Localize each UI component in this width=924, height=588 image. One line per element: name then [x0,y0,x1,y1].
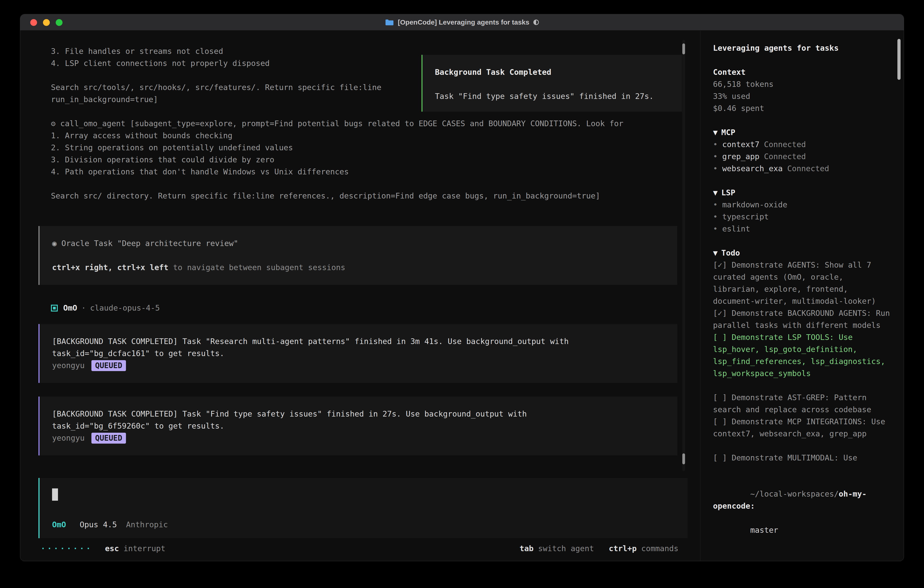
queued-badge: QUEUED [91,433,126,444]
provider-label: Anthropic [126,520,168,529]
tab-hint: tab switch agent [520,544,594,553]
todo-item: [ ] Demonstrate AST-GREP: Pattern search… [713,391,890,416]
background-task-message: [BACKGROUND TASK COMPLETED] Task "Find t… [38,396,677,456]
terminal-window: [OpenCode] Leveraging agents for tasks 3… [20,14,904,561]
bullet-icon: • [713,199,718,211]
app-version: • OpenCode 1.0.163 [713,560,890,561]
agent-name: OmO [63,302,77,314]
git-branch: master [750,525,778,535]
message-text: task_id="bg_dcfac161" to get results. [52,347,665,360]
window-title-text: [OpenCode] Leveraging agents for tasks [398,18,529,26]
agent-separator: · [81,302,86,314]
window-title: [OpenCode] Leveraging agents for tasks [385,18,539,26]
message-author: yeongyu [52,432,84,444]
queued-badge: QUEUED [91,360,126,371]
spinner-dots-icon: ········ [41,544,92,553]
lsp-item: •markdown-oxide [713,199,890,211]
minimize-button[interactable] [43,19,50,26]
chat-scrollbar-thumb[interactable] [682,453,685,464]
sidebar-scrollbar-thumb[interactable] [898,39,901,80]
session-sidebar[interactable]: Leveraging agents for tasks Context 66,5… [700,31,904,561]
commands-hint: ctrl+p commands [609,544,678,553]
bullet-icon: • [713,139,718,150]
session-title: Leveraging agents for tasks [713,42,890,54]
mcp-section: ▼MCP •context7Connected •grep_appConnect… [713,126,890,175]
hint-keys: ctrl+x right, ctrl+x left [52,263,168,272]
tool-call-tail: Search src/ directory. Return specific f… [38,190,700,202]
folder-icon [385,19,394,26]
tool-call-item: 4. Path operations that don't handle Win… [38,166,700,178]
chevron-down-icon: ▼ [713,248,718,258]
lsp-section: ▼LSP •markdown-oxide •typescript •eslint [713,187,890,235]
input-status-line: OmO Opus 4.5 Anthropic [52,520,675,529]
chat-scrollbar-track[interactable] [682,40,685,471]
todo-item: [ ] Demonstrate MCP INTEGRATIONS: Use co… [713,416,890,440]
context-used: 33% used [713,90,890,102]
todo-section: ▼Todo [✓] Demonstrate AGENTS: Show all 7… [713,247,890,464]
lsp-item: •eslint [713,223,890,235]
lsp-item: •typescript [713,211,890,223]
tool-call-item: 3. Division operations that could divide… [38,154,700,166]
bullet-icon: • [713,150,718,163]
bullet-icon: • [713,560,718,561]
context-tokens: 66,518 tokens [713,78,890,90]
prompt-input[interactable]: OmO Opus 4.5 Anthropic [38,478,688,538]
ctrl-p-key: ctrl+p [609,544,637,553]
workspace-path: ~/local-workspaces/oh-my-opencode: maste… [713,476,890,548]
todo-item: [ ] Demonstrate MULTIMODAL: Use [713,452,890,464]
tool-call-item: 2. String operations on potentially unde… [38,142,700,154]
subagent-nav-hint: ctrl+x right, ctrl+x left to navigate be… [52,261,665,274]
status-bar: ········ esc interrupt tab switch agent … [20,538,700,561]
context-spent: $0.46 spent [713,102,890,114]
bullet-icon: • [713,223,718,235]
background-task-toast: Background Task Completed Task "Find typ… [422,55,682,112]
tool-call-line: ⚙ call_omo_agent [subagent_type=explore,… [38,117,700,130]
lsp-header[interactable]: ▼LSP [713,187,890,199]
toast-title: Background Task Completed [435,66,669,78]
tab-key: tab [520,544,533,553]
bullet-icon: • [713,211,718,223]
agent-square-icon [51,305,58,312]
todo-item: [✓] Demonstrate BACKGROUND AGENTS: Run p… [713,307,890,331]
chat-pane: 3. File handles or streams not closed 4.… [20,31,700,561]
todo-item: [✓] Demonstrate AGENTS: Show all 7 curat… [713,259,890,307]
message-meta: yeongyu QUEUED [52,432,665,444]
message-text: [BACKGROUND TASK COMPLETED] Task "Find t… [52,408,665,420]
bullet-icon: • [713,163,718,175]
todo-item-active: [ ] Demonstrate LSP TOOLS: Use lsp_hover… [713,331,890,380]
oracle-task-panel: ◉ Oracle Task "Deep architecture review"… [38,226,677,285]
message-text: [BACKGROUND TASK COMPLETED] Task "Resear… [52,335,665,347]
chat-scroll-area[interactable]: 3. File handles or streams not closed 4.… [20,31,700,478]
background-task-message: [BACKGROUND TASK COMPLETED] Task "Resear… [38,324,677,383]
message-meta: yeongyu QUEUED [52,360,665,372]
agent-header: OmO · claude-opus-4-5 [38,302,700,314]
message-author: yeongyu [52,360,84,372]
hint-text: to navigate between subagent sessions [168,263,345,272]
mcp-item: •context7Connected [713,139,890,150]
esc-hint: esc interrupt [105,544,165,553]
traffic-lights [30,14,63,31]
active-agent-label: OmO [52,520,66,529]
session-progress-icon [533,20,539,25]
mcp-header[interactable]: ▼MCP [713,126,890,139]
terminal-blank-line [38,178,700,190]
text-cursor [52,489,58,501]
context-header: Context [713,66,890,78]
esc-key: esc [105,544,119,553]
tool-call-text: call_omo_agent [subagent_type=explore, p… [60,119,624,128]
close-button[interactable] [30,19,37,26]
gear-icon: ⚙ [51,119,56,128]
mcp-item: •grep_appConnected [713,150,890,163]
chat-scrollbar-thumb[interactable] [682,43,685,55]
chevron-down-icon: ▼ [713,188,718,197]
oracle-task-title: ◉ Oracle Task "Deep architecture review" [52,237,665,249]
message-text: task_id="bg_6f59260c" to get results. [52,420,665,432]
chevron-down-icon: ▼ [713,128,718,137]
mcp-item: •websearch_exaConnected [713,163,890,175]
active-model-label: Opus 4.5 [79,520,117,529]
agent-model: claude-opus-4-5 [90,302,160,314]
zoom-button[interactable] [56,19,63,26]
titlebar[interactable]: [OpenCode] Leveraging agents for tasks [20,14,904,31]
toast-body: Task "Find type safety issues" finished … [435,90,669,102]
todo-header[interactable]: ▼Todo [713,247,890,259]
